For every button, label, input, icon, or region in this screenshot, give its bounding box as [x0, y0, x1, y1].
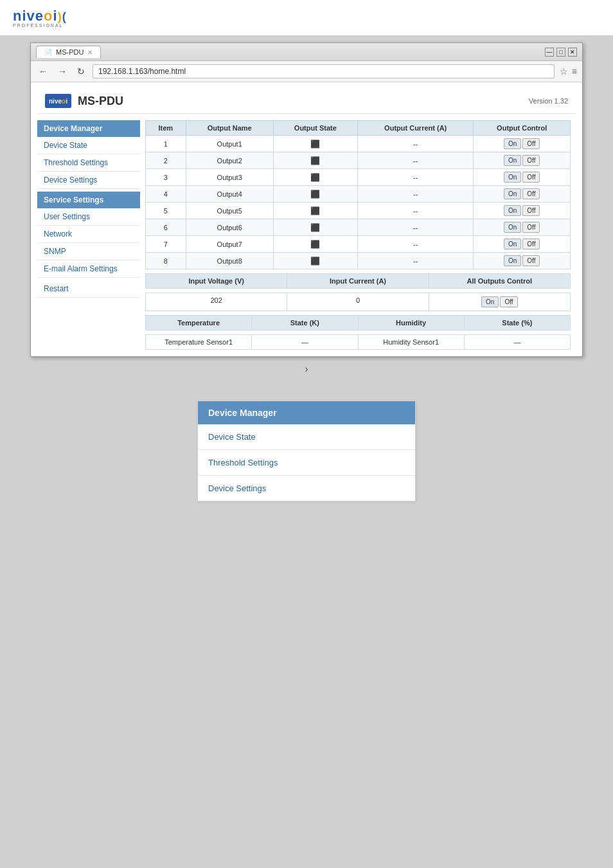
app-logo-box: niveoi	[45, 94, 71, 108]
current-value: 0	[287, 293, 429, 311]
btn-group-6: OnOff	[479, 222, 565, 233]
sidebar-item-user-settings[interactable]: User Settings	[37, 208, 140, 226]
btn-group-2: OnOff	[479, 155, 565, 166]
sidebar-item-restart[interactable]: Restart	[37, 280, 140, 298]
off-button-4[interactable]: Off	[522, 188, 540, 199]
tab-close-icon[interactable]: ✕	[87, 49, 93, 56]
row-current-3: --	[357, 169, 473, 186]
on-button-5[interactable]: On	[504, 205, 521, 216]
sidebar-item-network[interactable]: Network	[37, 226, 140, 243]
on-button-4[interactable]: On	[504, 188, 521, 199]
row-control-8: OnOff	[474, 253, 571, 269]
row-state-8: ⬛	[273, 253, 357, 269]
status-icon: ⬛	[310, 190, 320, 199]
table-row: 4Output4⬛--OnOff	[146, 186, 571, 203]
row-control-3: OnOff	[474, 169, 571, 186]
logo-text: niveoi)(	[13, 8, 600, 24]
menu-icon[interactable]: ≡	[572, 66, 577, 77]
col-output-control: Output Control	[474, 121, 571, 136]
sidebar-section-restart: Restart	[37, 280, 140, 298]
on-button-3[interactable]: On	[504, 172, 521, 183]
row-current-5: --	[357, 203, 473, 219]
on-button-2[interactable]: On	[504, 155, 521, 166]
row-name-6: Output6	[186, 219, 273, 236]
main-layout: Device Manager Device State Threshold Se…	[37, 120, 576, 350]
status-icon: ⬛	[310, 140, 320, 149]
sidebar-item-snmp[interactable]: SNMP	[37, 243, 140, 260]
app-logo: niveoi MS-PDU	[45, 94, 123, 108]
table-row: 5Output5⬛--OnOff	[146, 203, 571, 219]
off-button-7[interactable]: Off	[522, 239, 540, 249]
output-table: Item Output Name Output State Output Cur…	[145, 120, 571, 269]
col-output-name: Output Name	[186, 121, 273, 136]
zoom-item-device-state[interactable]: Device State	[198, 424, 415, 450]
bookmark-icon[interactable]: ☆	[560, 66, 568, 77]
back-button[interactable]: ←	[36, 65, 50, 78]
row-item-2: 2	[146, 152, 186, 169]
address-bar[interactable]: 192.168.1.163/home.html	[93, 64, 555, 78]
off-button-5[interactable]: Off	[522, 205, 540, 216]
on-button-1[interactable]: On	[504, 138, 521, 149]
row-control-6: OnOff	[474, 219, 571, 236]
row-state-1: ⬛	[273, 136, 357, 152]
sidebar-header-device-manager: Device Manager	[37, 120, 140, 137]
table-row: 2Output2⬛--OnOff	[146, 152, 571, 169]
all-off-button[interactable]: Off	[500, 296, 517, 307]
maximize-button[interactable]: □	[556, 48, 565, 57]
minimize-button[interactable]: —	[545, 48, 554, 57]
page-content: niveoi MS-PDU Version 1.32 Device Manage…	[31, 82, 582, 356]
sidebar-item-device-settings[interactable]: Device Settings	[37, 172, 140, 189]
off-button-8[interactable]: Off	[522, 255, 540, 266]
status-icon: ⬛	[310, 257, 320, 266]
summary-row: Input Voltage (V) Input Current (A) All …	[145, 273, 571, 289]
all-on-button[interactable]: On	[481, 296, 499, 307]
current-label: Input Current (A)	[287, 274, 429, 288]
sidebar-item-device-state[interactable]: Device State	[37, 137, 140, 154]
row-item-7: 7	[146, 236, 186, 253]
row-name-4: Output4	[186, 186, 273, 203]
top-logo-bar: niveoi)( PROFESSIONAL	[0, 0, 613, 36]
main-content: Item Output Name Output State Output Cur…	[140, 120, 576, 350]
temp-state-value: —	[252, 335, 358, 349]
browser-titlebar: 📄 MS-PDU ✕ — □ ✕	[31, 43, 582, 61]
row-name-2: Output2	[186, 152, 273, 169]
row-name-1: Output1	[186, 136, 273, 152]
app-header: niveoi MS-PDU Version 1.32	[37, 89, 576, 114]
zoom-item-threshold-settings[interactable]: Threshold Settings	[198, 450, 415, 476]
off-button-1[interactable]: Off	[522, 138, 540, 149]
status-icon: ⬛	[310, 156, 320, 165]
status-icon: ⬛	[310, 223, 320, 232]
table-row: 7Output7⬛--OnOff	[146, 236, 571, 253]
browser-nav: ← → ↻ 192.168.1.163/home.html ☆ ≡	[31, 61, 582, 82]
btn-group-7: OnOff	[479, 239, 565, 249]
on-button-7[interactable]: On	[504, 239, 521, 249]
on-button-6[interactable]: On	[504, 222, 521, 233]
browser-tabs: 📄 MS-PDU ✕	[36, 46, 101, 58]
off-button-6[interactable]: Off	[522, 222, 540, 233]
btn-group-1: OnOff	[479, 138, 565, 149]
arrow-indicator: ›	[0, 363, 613, 375]
row-current-6: --	[357, 219, 473, 236]
off-button-3[interactable]: Off	[522, 172, 540, 183]
row-name-7: Output7	[186, 236, 273, 253]
zoomed-section: Device Manager Device State Threshold Se…	[197, 401, 416, 502]
zoom-item-device-settings[interactable]: Device Settings	[198, 476, 415, 501]
humidity-state-header: State (%)	[465, 316, 570, 330]
reload-button[interactable]: ↻	[75, 65, 87, 78]
off-button-2[interactable]: Off	[522, 155, 540, 166]
temp-state-header: State (K)	[252, 316, 358, 330]
on-button-8[interactable]: On	[504, 255, 521, 266]
row-current-4: --	[357, 186, 473, 203]
version-label: Version 1.32	[529, 97, 568, 105]
forward-button[interactable]: →	[55, 65, 69, 78]
status-icon: ⬛	[310, 206, 320, 215]
sidebar-section-device-manager: Device Manager Device State Threshold Se…	[37, 120, 140, 189]
sidebar-item-email-alarm[interactable]: E-mail Alarm Settings	[37, 260, 140, 278]
sensor-value-row: Temperature Sensor1 — Humidity Sensor1 —	[145, 334, 571, 350]
table-row: 3Output3⬛--OnOff	[146, 169, 571, 186]
browser-tab[interactable]: 📄 MS-PDU ✕	[36, 46, 101, 58]
sidebar-item-threshold-settings[interactable]: Threshold Settings	[37, 154, 140, 172]
humidity-state-value: —	[465, 335, 570, 349]
table-row: 1Output1⬛--OnOff	[146, 136, 571, 152]
close-button[interactable]: ✕	[568, 48, 577, 57]
